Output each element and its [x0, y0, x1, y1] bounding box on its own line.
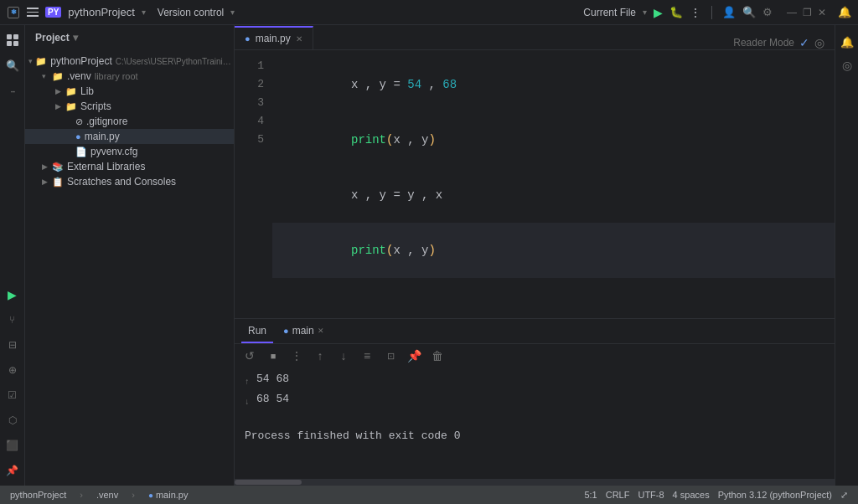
sidebar-title: Project — [35, 32, 70, 44]
version-control-chevron[interactable]: ▾ — [230, 8, 235, 17]
main-tab-close[interactable]: ✕ — [318, 327, 324, 335]
softwrap-button[interactable]: ≡ — [359, 347, 375, 364]
tab-main[interactable]: ● main ✕ — [277, 320, 331, 343]
current-file-label[interactable]: Current File — [583, 7, 636, 18]
status-project[interactable]: pythonProject — [7, 490, 70, 500]
tab-run[interactable]: Run — [241, 320, 273, 343]
tab-mainpy[interactable]: ● main.py ✕ — [235, 26, 313, 49]
tree-item-scratches[interactable]: ▶ 📋 Scratches and Consoles — [25, 174, 234, 189]
run-icon[interactable]: ▶ — [1, 283, 24, 306]
code-editor[interactable]: 1 2 3 4 5 x , y = 54 , 68 print(x , y) x… — [235, 50, 835, 318]
scrollbar-thumb[interactable] — [235, 480, 302, 485]
status-right: 5:1 CRLF UTF-8 4 spaces Python 3.12 (pyt… — [581, 490, 851, 501]
close-button[interactable]: ✕ — [816, 7, 828, 18]
sidebar-chevron[interactable]: ▾ — [73, 32, 78, 44]
tab-close-mainpy[interactable]: ✕ — [296, 34, 302, 44]
status-venv[interactable]: .venv — [93, 490, 121, 500]
code-line-5 — [272, 278, 835, 296]
git-icon[interactable]: ⑂ — [1, 308, 24, 332]
menu-icon[interactable] — [27, 8, 39, 17]
status-encoding[interactable]: UTF-8 — [634, 490, 667, 501]
status-file[interactable]: ● main.py — [145, 490, 192, 500]
code-line-4: print(x , y) — [272, 223, 835, 278]
profile-button[interactable]: 👤 — [722, 6, 736, 18]
maximize-button[interactable]: ❐ — [801, 7, 813, 18]
tasks-icon[interactable]: ☑ — [1, 383, 24, 407]
services-icon[interactable]: ⬡ — [1, 409, 24, 432]
notification-icon[interactable]: 🔔 — [838, 6, 851, 18]
path-pythonproject: C:\Users\USER\PythonTraining\pythonProje… — [116, 57, 234, 66]
project-name[interactable]: pythonProject — [68, 6, 135, 18]
sidebar-header: Project ▾ — [25, 25, 234, 50]
settings-button[interactable]: ⚙ — [762, 6, 773, 18]
tree-item-external-libs[interactable]: ▶ 📚 External Libraries — [25, 159, 234, 174]
copilot-icon[interactable]: ◎ — [837, 55, 857, 75]
sidebar-item-search[interactable]: 🔍 — [1, 54, 24, 77]
tree-item-pyvenvcfg[interactable]: ▶ 📄 pyvenv.cfg — [25, 144, 234, 159]
status-line-ending[interactable]: CRLF — [602, 490, 633, 501]
pin-icon[interactable]: 📌 — [1, 459, 24, 482]
sidebar: Project ▾ ▾ 📁 pythonProject C:\Users\USE… — [25, 25, 235, 486]
label-pyvenvcfg: pyvenv.cfg — [90, 146, 137, 157]
status-indent[interactable]: 4 spaces — [669, 490, 713, 501]
notification-panel-icon[interactable]: 🔔 — [837, 32, 857, 52]
tree-item-pythonproject[interactable]: ▾ 📁 pythonProject C:\Users\USER\PythonTr… — [25, 54, 234, 69]
pin-button[interactable]: 📌 — [406, 347, 422, 364]
sidebar-item-project[interactable] — [1, 28, 24, 52]
main-area: 🔍 ··· ▶ ⑂ ⊟ ⊕ ☑ ⬡ ⬛ 📌 Project ▾ ▾ 📁 pyth… — [0, 25, 858, 486]
bottom-panel: Run ● main ✕ ↺ ■ ⋮ ↑ ↓ ≡ ⊡ 📌 🗑 — [235, 318, 835, 486]
tree-item-mainpy[interactable]: ▶ ● main.py — [25, 129, 234, 144]
label-venv: .venv — [67, 70, 91, 82]
arrow-scripts: ▶ — [55, 102, 65, 111]
clear-button[interactable]: ⊡ — [382, 347, 399, 364]
scroll-down-button[interactable]: ↓ — [335, 347, 352, 364]
tree-item-lib[interactable]: ▶ 📁 Lib — [25, 84, 234, 99]
minimize-button[interactable]: — — [786, 7, 798, 18]
status-position[interactable]: 5:1 — [581, 490, 600, 501]
horizontal-scrollbar[interactable] — [235, 479, 835, 486]
bottom-toolbar: ↺ ■ ⋮ ↑ ↓ ≡ ⊡ 📌 🗑 — [235, 344, 835, 368]
label-pythonproject: pythonProject — [50, 55, 111, 67]
label-scratches: Scratches and Consoles — [67, 176, 176, 188]
terminal-icon[interactable]: ⬛ — [1, 434, 24, 457]
output-line-exit: Process finished with exit code 0 — [245, 428, 460, 445]
more-options-button[interactable]: ⋮ — [690, 6, 701, 19]
current-file-chevron[interactable]: ▾ — [643, 8, 647, 17]
tree-item-gitignore[interactable]: ▶ ⊘ .gitignore — [25, 114, 234, 129]
arrow-scratches: ▶ — [42, 177, 52, 186]
logo: PY — [45, 7, 61, 18]
tab-run-label: Run — [248, 325, 266, 337]
arrow-up-icon: ↑ — [245, 374, 250, 391]
reader-mode-check[interactable]: ✓ — [799, 36, 809, 49]
tree-item-venv[interactable]: ▾ 📁 .venv library root — [25, 69, 234, 84]
editor-tabs: ● main.py ✕ Reader Mode ✓ ◎ — [235, 25, 835, 50]
line-num-2: 2 — [235, 75, 272, 94]
right-icons-panel: 🔔 ◎ — [835, 25, 858, 486]
title-bar: ✱ PY pythonProject ▾ Version control ▾ C… — [0, 0, 858, 25]
scroll-up-button[interactable]: ↑ — [312, 347, 328, 364]
plugins-icon[interactable]: ⊕ — [1, 358, 24, 382]
code-line-3: x , y = y , x — [272, 167, 835, 223]
rerun-button[interactable]: ↺ — [241, 347, 258, 364]
status-python[interactable]: Python 3.12 (pythonProject) — [715, 490, 835, 501]
version-control-label[interactable]: Version control — [158, 7, 224, 18]
delete-button[interactable]: 🗑 — [429, 347, 446, 364]
project-chevron[interactable]: ▾ — [142, 8, 146, 17]
stop-button[interactable]: ■ — [265, 347, 282, 364]
arrow-external-libs: ▶ — [42, 162, 52, 171]
debug-button[interactable]: 🐛 — [669, 6, 683, 18]
reader-mode-icon[interactable]: ◎ — [814, 36, 824, 49]
scratches-icon: 📋 — [52, 177, 64, 188]
search-button[interactable]: 🔍 — [742, 6, 756, 18]
output-line-2: 68 54 — [256, 391, 289, 408]
expand-button[interactable]: ⤢ — [837, 490, 851, 501]
tab-label-mainpy: main.py — [256, 33, 291, 44]
code-content[interactable]: x , y = 54 , 68 print(x , y) x , y = y ,… — [272, 50, 835, 318]
bottom-tabs: Run ● main ✕ — [235, 319, 835, 344]
run-button[interactable]: ▶ — [654, 6, 663, 19]
sidebar-item-more[interactable]: ··· — [1, 79, 24, 102]
more-options[interactable]: ⋮ — [288, 347, 305, 364]
layers-icon[interactable]: ⊟ — [1, 333, 24, 357]
output-line-empty — [245, 411, 251, 428]
tree-item-scripts[interactable]: ▶ 📁 Scripts — [25, 99, 234, 114]
